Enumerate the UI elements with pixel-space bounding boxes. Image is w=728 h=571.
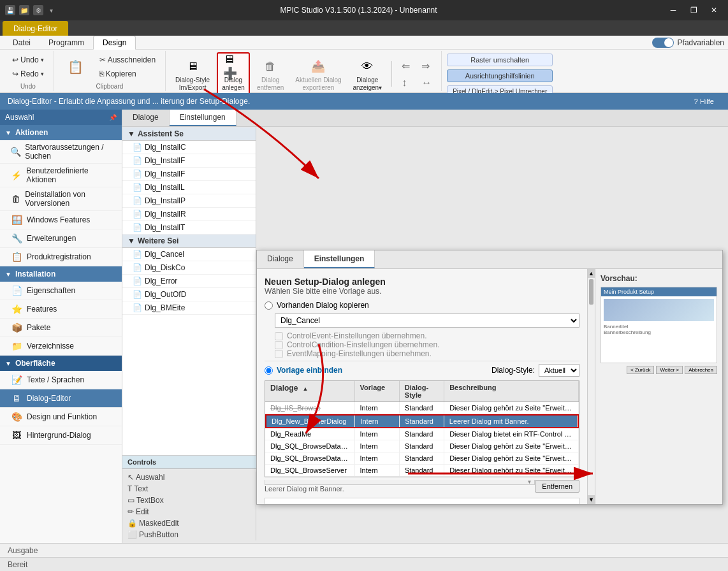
- dialog-section-assistent-header[interactable]: ▼ Assistent Se: [122, 127, 256, 141]
- hilfe-button[interactable]: ? Hilfe: [688, 96, 720, 107]
- checkbox-controlevent[interactable]: ControlEvent-Einstellungen übernehmen.: [275, 331, 579, 340]
- radio-vorhanden[interactable]: Vorhanden Dialog kopieren: [265, 301, 579, 310]
- dlg-installp[interactable]: 📄 Dlg_InstallP: [122, 194, 256, 208]
- dialoge-anzeigen-button[interactable]: 👁 Dialogeanzeigen▾: [349, 53, 387, 95]
- dlg-cancel-select[interactable]: Dlg_Cancel: [275, 314, 579, 328]
- sidebar-item-design[interactable]: 🎨 Design und Funktion: [0, 408, 122, 426]
- dialog-section-weitere-header[interactable]: ▼ Weitere Sei: [122, 235, 256, 248]
- table-row-1[interactable]: Dlg_New_BannerDialog Intern Standard Lee…: [265, 414, 579, 428]
- align-btn-3[interactable]: ⇒: [417, 58, 436, 74]
- checkbox-controlevent-input[interactable]: [275, 332, 283, 340]
- table-row-0[interactable]: Dlg_IIS_Browse Intern Standard Dieser Di…: [265, 402, 579, 414]
- tab-dialog-editor[interactable]: Dialog-Editor: [3, 21, 68, 36]
- sidebar-item-windows-features[interactable]: 🪟 Windows Features: [0, 211, 122, 229]
- dialog-anlegen-button[interactable]: 🖥➕ Dialoganlegen: [217, 52, 250, 96]
- menu-design[interactable]: Design: [93, 36, 136, 50]
- scroll-thumb[interactable]: [589, 279, 593, 305]
- dlg-installr[interactable]: 📄 Dlg_InstallR: [122, 208, 256, 221]
- table-row-4[interactable]: Dlg_SQL_BrowseDatabase Intern Standard D…: [265, 452, 579, 465]
- close-button[interactable]: ✕: [705, 3, 723, 17]
- sidebar-item-verzeichnisse[interactable]: 📁 Verzeichnisse: [0, 337, 122, 356]
- checkbox-eventmapping[interactable]: EventMapping-Einstellungen übernehmen.: [275, 349, 579, 358]
- sidebar-item-eigenschaften[interactable]: 📄 Eigenschaften: [0, 282, 122, 300]
- scroll-track[interactable]: [588, 278, 595, 495]
- ausschneiden-button[interactable]: ✂ Ausschneiden: [95, 54, 160, 66]
- control-text[interactable]: T Text: [122, 483, 256, 495]
- table-row-2[interactable]: Dlg_ReadMe Intern Standard Dieser Dialog…: [265, 428, 579, 440]
- minimize-button[interactable]: ─: [664, 3, 682, 17]
- undo-button[interactable]: ↩ Undo ▾: [8, 54, 48, 66]
- restore-button[interactable]: ❐: [685, 3, 703, 17]
- sidebar-item-benutzerdefinierte[interactable]: ⚡ Benutzerdefinierte Aktionen: [0, 164, 122, 187]
- vorschau-back-btn[interactable]: < Zurück: [627, 366, 654, 374]
- dlg-cancel[interactable]: 📄 Dlg_Cancel: [122, 248, 256, 261]
- save-icon[interactable]: 💾: [5, 5, 15, 15]
- dlg-installt[interactable]: 📄 Dlg_InstallT: [122, 221, 256, 235]
- dlg-installc[interactable]: 📄 Dlg_InstallC: [122, 141, 256, 154]
- sidebar-item-produktregistration[interactable]: 📋 Produktregistration: [0, 248, 122, 266]
- pfad-toggle-switch[interactable]: [652, 38, 674, 48]
- checkbox-controlcondition-input[interactable]: [275, 341, 283, 349]
- vorschau-next-btn[interactable]: Weiter >: [656, 366, 683, 374]
- dlg-outof[interactable]: 📄 Dlg_OutOfD: [122, 288, 256, 301]
- align-btn-2[interactable]: ↕: [397, 75, 414, 90]
- modal-scrollbar[interactable]: ▲ ▼: [587, 269, 595, 504]
- dlg-installf-2[interactable]: 📄 Dlg_InstallF: [122, 168, 256, 181]
- kopieren-button[interactable]: ⎘ Kopieren: [95, 68, 160, 80]
- sidebar-pin-icon[interactable]: 📌: [109, 114, 117, 121]
- dialog-entfernen-button[interactable]: 🗑 Dialogentfernen: [252, 53, 288, 95]
- table-row-5[interactable]: Dlg_SQL_BrowseServer Intern Standard Die…: [265, 465, 579, 477]
- radio-vorlage[interactable]: Vorlage einbinden: [265, 366, 342, 375]
- table-scrollbar[interactable]: ▼: [265, 480, 535, 485]
- controls-section-header[interactable]: Controls: [122, 456, 256, 469]
- aktuellen-dialog-button[interactable]: 📤 Aktuellen Dialogexportieren: [291, 53, 346, 95]
- tab-einstellungen[interactable]: Einstellungen: [170, 110, 237, 126]
- align-btn-4[interactable]: ↔: [417, 75, 436, 90]
- dialog-style-select[interactable]: Aktuell: [539, 364, 579, 377]
- menu-programm[interactable]: Programm: [40, 36, 93, 49]
- ausrichtung-button[interactable]: Ausrichtungshilfslinien: [447, 69, 553, 82]
- scroll-up-arrow[interactable]: ▲: [588, 269, 595, 278]
- control-textbox[interactable]: ▭ TextBox: [122, 495, 256, 506]
- dlg-bmeite[interactable]: 📄 Dlg_BMEite: [122, 301, 256, 315]
- dlg-error[interactable]: 📄 Dlg_Error: [122, 275, 256, 288]
- dialog-style-import-button[interactable]: 🖥 Dialog-StyleIm/Export: [171, 53, 214, 95]
- vorschau-cancel-btn[interactable]: Abbrechen: [685, 366, 717, 374]
- control-maskededit[interactable]: 🔒 MaskedEdit: [122, 517, 256, 529]
- sidebar-item-deinstallation[interactable]: 🗑 Deinstallation von Vorversionen: [0, 187, 122, 211]
- einfuegen-button[interactable]: 📋: [59, 54, 92, 80]
- settings-icon[interactable]: ⚙: [33, 5, 43, 15]
- sidebar-section-oberflaeche-header[interactable]: ▼ Oberfläche: [0, 356, 122, 371]
- sidebar-section-aktionen-header[interactable]: ▼ Aktionen: [0, 125, 122, 140]
- dlg-installf-1[interactable]: 📄 Dlg_InstallF: [122, 154, 256, 168]
- raster-button[interactable]: Raster umschalten: [447, 54, 553, 66]
- modal-tab-einstellungen[interactable]: Einstellungen: [304, 250, 375, 268]
- sidebar-section-installation-header[interactable]: ▼ Installation: [0, 266, 122, 282]
- dlg-diskco[interactable]: 📄 Dlg_DiskCo: [122, 261, 256, 275]
- radio-vorhanden-input[interactable]: [265, 301, 273, 310]
- control-auswahl[interactable]: ↖ Auswahl: [122, 472, 256, 483]
- control-edit[interactable]: ✏ Edit: [122, 506, 256, 517]
- sidebar-item-hintergrund[interactable]: 🖼 Hintergrund-Dialog: [0, 426, 122, 445]
- checkbox-eventmapping-input[interactable]: [275, 350, 283, 358]
- scroll-down-arrow[interactable]: ▼: [588, 495, 595, 504]
- sidebar-item-startvoraussetzungen[interactable]: 🔍 Startvoraussetzungen / Suchen: [0, 140, 122, 164]
- table-row-3[interactable]: Dlg_SQL_BrowseDatabase Intern Standard D…: [265, 440, 579, 452]
- tab-dialoge[interactable]: Dialoge: [122, 110, 170, 126]
- modal-tab-dialoge[interactable]: Dialoge: [257, 250, 304, 268]
- control-pushbutton[interactable]: ⬜ PushButton: [122, 529, 256, 540]
- dlg-installl[interactable]: 📄 Dlg_InstallL: [122, 181, 256, 194]
- radio-vorlage-input[interactable]: [265, 366, 273, 375]
- entfernen-button[interactable]: Entfernen: [535, 480, 579, 493]
- redo-button[interactable]: ↪ Redo ▾: [8, 68, 48, 80]
- sidebar-item-texte[interactable]: 📝 Texte / Sprachen: [0, 371, 122, 389]
- checkbox-controlcondition[interactable]: ControlCondition-Einstellungen übernehme…: [275, 340, 579, 349]
- align-btn-1[interactable]: ⇐: [397, 58, 414, 74]
- sidebar-item-dialog-editor[interactable]: 🖥 Dialog-Editor: [0, 389, 122, 408]
- pfad-toggle-area[interactable]: Pfadvariablen: [652, 38, 724, 48]
- sidebar-item-erweiterungen[interactable]: 🔧 Erweiterungen: [0, 229, 122, 248]
- folder-icon[interactable]: 📁: [19, 5, 29, 15]
- sidebar-item-features[interactable]: ⭐ Features: [0, 300, 122, 319]
- menu-datei[interactable]: Datei: [4, 36, 40, 49]
- sidebar-item-pakete[interactable]: 📦 Pakete: [0, 319, 122, 337]
